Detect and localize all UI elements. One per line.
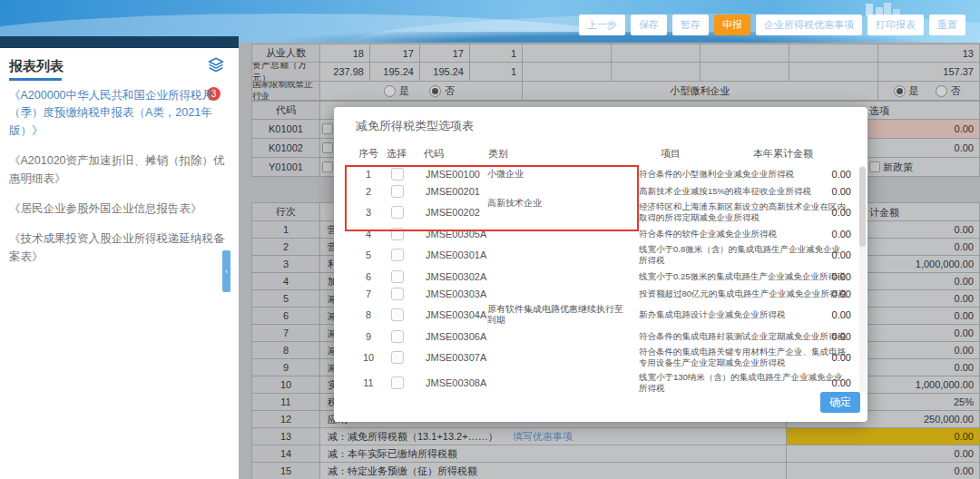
row-item: 经济特区和上海浦东新区新设立的高新技术企业在区内取得的所得定期减免企业所得税: [639, 201, 848, 223]
row-code: JMSE00301A: [426, 249, 487, 260]
line-number-cell: 15: [251, 463, 320, 479]
cell: 17: [370, 44, 420, 63]
radio-no[interactable]: [936, 85, 947, 97]
row-item: 符合条件的集成电路关键专用材料生产企业、集成电路专用设备生产企业定期减免企业所得…: [639, 347, 848, 368]
toolbar-button-2[interactable]: 保存: [631, 15, 667, 35]
dialog-table-header: 序号 选择 代码 类别 项目 本年累计金额: [334, 147, 867, 161]
row-amount: 0.00: [832, 377, 851, 388]
line-number-cell: 12: [251, 411, 320, 428]
row-code: JMSE00303A: [426, 288, 487, 299]
radio-yes-label: 是: [909, 84, 919, 98]
sidebar-title-underline: [9, 78, 62, 81]
row-amount: 0.00: [832, 271, 851, 282]
cell: [612, 63, 701, 82]
small-micro-radio-group: 是 否: [878, 82, 980, 101]
tax-reduction-type-dialog: 减免所得税类型选项表 序号 选择 代码 类别 项目 本年累计金额 1JMSE00…: [334, 107, 867, 422]
toolbar-button-7[interactable]: 重置: [929, 15, 965, 35]
cell: 237.98: [320, 63, 370, 82]
row-amount: 0.00: [832, 331, 851, 342]
row-checkbox[interactable]: [391, 330, 404, 343]
row-code: JMSE00304A: [426, 309, 487, 320]
layers-icon[interactable]: [208, 56, 224, 73]
toolbar-button-1[interactable]: 上一步: [579, 15, 625, 35]
row-checkbox[interactable]: [391, 270, 404, 283]
row-checkbox[interactable]: [391, 206, 404, 219]
toolbar-button-4[interactable]: 申报: [714, 15, 750, 35]
small-micro-label: 小型微利企业: [523, 82, 878, 101]
row-checkbox[interactable]: [391, 228, 404, 240]
toolbar-button-6[interactable]: 打印报表: [867, 15, 924, 35]
line-value-cell: 0.00: [787, 463, 980, 479]
row-checkbox[interactable]: [391, 376, 404, 389]
row-item: 线宽小于0.25微米的集成电路生产企业减免企业所得税: [639, 271, 848, 282]
restrict-radio-group: 是 否: [320, 82, 523, 101]
option-checkbox[interactable]: [322, 161, 333, 172]
cell: 195.24: [370, 63, 420, 82]
sidebar-collapse-handle[interactable]: ‹: [222, 250, 230, 292]
sidebar-item-1[interactable]: 《A200000中华人民共和国企业所得税月（季）度预缴纳税申报表（A类，2021…: [9, 87, 225, 140]
dialog-rows: 1JMSE00100小微企业符合条件的小型微利企业减免企业所得税0.002JMS…: [334, 165, 867, 395]
row-item: 线宽小于0.8微米（含）的集成电路生产企业减免企业所得税: [639, 244, 848, 266]
row-seq: 5: [356, 249, 381, 260]
toolbar-button-5[interactable]: 企业所得税优惠事项: [756, 15, 862, 35]
sidebar-item-4[interactable]: 《技术成果投资入股企业所得税递延纳税备案表》: [9, 230, 225, 266]
reduction-row: 6JMSE00302A线宽小于0.25微米的集成电路生产企业减免企业所得税0.0…: [334, 268, 867, 285]
line-number-cell: 5: [251, 290, 320, 308]
radio-yes[interactable]: [894, 85, 906, 97]
row-amount: 0.00: [832, 249, 851, 260]
line-number-cell: 6: [251, 308, 320, 325]
cell: [701, 63, 789, 82]
cell: 18: [320, 44, 370, 63]
fill-preference-link[interactable]: 填写优惠事项: [513, 430, 573, 444]
cell: [789, 63, 878, 82]
row-checkbox[interactable]: [391, 185, 404, 198]
row-seq: 1: [356, 169, 381, 180]
row-amount: 0.00: [832, 169, 851, 180]
row-seq: 9: [356, 331, 381, 342]
line-item-label: 减：本年实际已缴纳所得税额: [328, 447, 457, 461]
row-amount: 0.00: [832, 288, 851, 299]
radio-no[interactable]: [429, 85, 441, 97]
reduction-row: 9JMSE00306A符合条件的集成电路封装测试企业定期减免企业所得税0.00: [334, 327, 867, 345]
row-checkbox[interactable]: [391, 308, 404, 321]
row-checkbox[interactable]: [391, 249, 404, 261]
col-item: 项目: [661, 147, 681, 161]
table-row: 15减：特定业务预缴（征）所得税额0.00: [251, 463, 980, 479]
code-cell: K01001: [251, 120, 320, 139]
option-checkbox[interactable]: [322, 123, 333, 134]
row-seq: 3: [356, 207, 381, 218]
amount-header-partial: 计金额: [869, 206, 899, 220]
reduction-row: 1JMSE00100小微企业符合条件的小型微利企业减免企业所得税0.00: [334, 165, 867, 182]
toolbar-button-3[interactable]: 暂存: [672, 15, 709, 35]
line-number-cell: 7: [251, 325, 320, 342]
row-item: 高新技术企业减按15%的税率征收企业所得税: [639, 186, 848, 197]
sidebar-top-bar: [0, 36, 239, 48]
table-row: 13减：减免所得税额（13.1+13.2+……）填写优惠事项0.00: [251, 428, 980, 445]
scrollbar-thumb[interactable]: [859, 167, 866, 247]
line-number-cell: 9: [251, 359, 320, 376]
row-checkbox[interactable]: [391, 288, 404, 300]
row-amount: 0.00: [832, 207, 851, 218]
table-row: 14减：本年实际已缴纳所得税额0.00: [251, 445, 980, 463]
cell: 1: [470, 63, 523, 82]
cell: [612, 44, 701, 63]
row-checkbox[interactable]: [391, 168, 404, 181]
sidebar-item-3[interactable]: 《居民企业参股外国企业信息报告表》: [9, 200, 225, 218]
row-seq: 6: [356, 271, 381, 282]
line-item-cell: 减：本年实际已缴纳所得税额: [320, 445, 787, 463]
radio-yes[interactable]: [384, 85, 396, 97]
sidebar-item-2[interactable]: 《A201020资产加速折旧、摊销（扣除）优惠明细表》: [9, 152, 225, 188]
new-policy-label: 新政策: [883, 161, 913, 174]
reduction-row: 11JMSE00308A线宽小于130纳米（含）的集成电路生产企业减免企业所得税…: [334, 370, 867, 395]
reduction-row: 8JMSE00304A原有软件集成电路优惠继续执行至到期新办集成电路设计企业减免…: [334, 302, 867, 327]
table-row: 从业人数181717113: [251, 44, 980, 63]
cell: 157.37: [878, 63, 980, 82]
row-checkbox[interactable]: [391, 351, 404, 364]
option-checkbox[interactable]: [322, 142, 333, 153]
reduction-row: 4JMSE00305A符合条件的软件企业减免企业所得税0.00: [334, 225, 867, 242]
line-item-cell: 减：特定业务预缴（征）所得税额: [320, 463, 787, 479]
new-policy-checkbox[interactable]: [869, 161, 880, 172]
confirm-button[interactable]: 确定: [820, 392, 860, 413]
table-row: 国家限制或禁止行业 是 否 小型微利企业 是 否: [251, 82, 980, 101]
line-number-cell: 13: [251, 428, 320, 445]
